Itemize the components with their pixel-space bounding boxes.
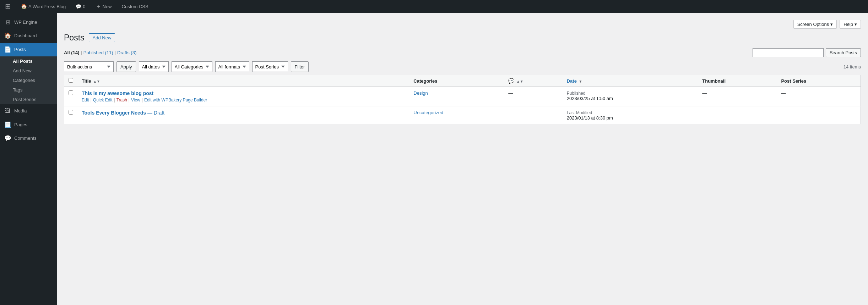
filter-button[interactable]: Filter xyxy=(291,61,309,72)
posts-table: Title ▲▼ Categories 💬 ▲▼ Date ▼ xyxy=(64,75,861,124)
row2-comments-cell: — xyxy=(504,106,562,124)
filter-drafts[interactable]: Drafts (3) xyxy=(117,50,136,55)
categories-label: Categories xyxy=(13,78,35,83)
sidebar-item-categories[interactable]: Categories xyxy=(0,76,57,85)
sidebar-item-dashboard-label: Dashboard xyxy=(14,33,37,39)
row1-title-link[interactable]: This is my awesome blog post xyxy=(82,90,405,96)
wp-logo-button[interactable]: ⊞ xyxy=(3,0,13,13)
row1-thumbnail-value: — xyxy=(702,90,707,96)
screen-options-chevron-icon: ▾ xyxy=(830,22,833,27)
row1-checkbox[interactable] xyxy=(69,90,73,95)
row1-view-link[interactable]: View xyxy=(131,98,140,102)
add-new-button[interactable]: Add New xyxy=(89,33,115,42)
row2-categories-cell: Uncategorized xyxy=(409,106,504,124)
search-posts-button[interactable]: Search Posts xyxy=(826,48,861,57)
filter-all[interactable]: All (14) xyxy=(64,50,79,55)
sidebar-item-tags[interactable]: Tags xyxy=(0,85,57,95)
custom-css-button[interactable]: Custom CSS xyxy=(120,0,151,13)
th-title[interactable]: Title ▲▼ xyxy=(77,75,409,87)
th-date[interactable]: Date ▼ xyxy=(563,75,698,87)
main-content: Screen Options ▾ Help ▾ Posts Add New Al… xyxy=(57,13,868,305)
comments-col-icon: 💬 xyxy=(508,78,514,84)
row1-date-cell: Published 2023/03/25 at 1:50 am xyxy=(563,87,698,106)
filter-published[interactable]: Published (11) xyxy=(83,50,113,55)
row2-checkbox-cell xyxy=(64,106,78,124)
page-title: Posts xyxy=(64,33,85,43)
all-dates-select[interactable]: All dates xyxy=(139,61,169,72)
comments-sort-icon: ▲▼ xyxy=(516,79,523,83)
filter-sep-1: | xyxy=(81,50,82,55)
page-header: Posts Add New xyxy=(64,33,861,43)
date-sort-link[interactable]: Date ▼ xyxy=(567,78,582,84)
comments-count: 0 xyxy=(83,4,85,9)
sidebar-item-posts-label: Posts xyxy=(14,46,26,53)
all-categories-select[interactable]: All Categories xyxy=(172,61,212,72)
wp-logo-icon: ⊞ xyxy=(5,2,11,11)
row1-quick-edit-link[interactable]: Quick Edit xyxy=(93,98,113,102)
row1-comments-value: — xyxy=(508,90,513,96)
row2-title-suffix: — Draft xyxy=(146,110,164,116)
sidebar-item-wp-engine-label: WP Engine xyxy=(14,19,37,26)
th-comments: 💬 ▲▼ xyxy=(504,75,562,87)
search-area: Search Posts xyxy=(753,48,861,57)
help-button[interactable]: Help ▾ xyxy=(840,20,861,29)
posts-icon: 📄 xyxy=(4,46,11,54)
row2-title-link[interactable]: Tools Every Blogger Needs — Draft xyxy=(82,110,405,116)
sidebar: ⊞ WP Engine 🏠 Dashboard 📄 Posts All Post… xyxy=(0,13,57,305)
add-new-label: Add New xyxy=(13,68,32,73)
thumbnail-header: Thumbnail xyxy=(702,78,726,84)
custom-css-label: Custom CSS xyxy=(122,4,148,9)
row2-date-value: 2023/01/13 at 8:30 pm xyxy=(567,115,613,121)
sidebar-item-post-series[interactable]: Post Series xyxy=(0,95,57,104)
plus-icon: ＋ xyxy=(96,3,101,10)
wp-engine-icon: ⊞ xyxy=(4,18,11,26)
new-button[interactable]: ＋ New xyxy=(93,0,114,13)
row1-trash-link[interactable]: Trash xyxy=(116,98,127,102)
sidebar-item-comments[interactable]: 💬 Comments xyxy=(0,132,57,145)
site-name-button[interactable]: 🏠 A WordPress Blog xyxy=(19,0,68,13)
screen-options-button[interactable]: Screen Options ▾ xyxy=(793,20,837,29)
row2-checkbox[interactable] xyxy=(69,110,73,115)
screen-options-label: Screen Options xyxy=(797,22,829,27)
filter-links-bar: All (14) | Published (11) | Drafts (3) S… xyxy=(64,48,861,57)
toolbar: Bulk actions Apply All dates All Categor… xyxy=(64,61,861,72)
row2-date-cell: Last Modified 2023/01/13 at 8:30 pm xyxy=(563,106,698,124)
th-categories: Categories xyxy=(409,75,504,87)
row1-edit-link[interactable]: Edit xyxy=(82,98,89,102)
row1-category-link[interactable]: Design xyxy=(413,90,428,96)
select-all-checkbox[interactable] xyxy=(69,78,73,83)
row2-post-series-value: — xyxy=(781,110,786,115)
row1-wpbakery-link[interactable]: Edit with WPBakery Page Builder xyxy=(144,98,207,102)
sidebar-item-all-posts[interactable]: All Posts xyxy=(0,56,57,66)
row2-category-link[interactable]: Uncategorized xyxy=(413,110,443,115)
layout: ⊞ WP Engine 🏠 Dashboard 📄 Posts All Post… xyxy=(0,13,868,305)
apply-button[interactable]: Apply xyxy=(116,61,136,72)
th-thumbnail: Thumbnail xyxy=(698,75,777,87)
sidebar-posts-submenu: All Posts Add New Categories Tags Post S… xyxy=(0,56,57,104)
sidebar-item-comments-label: Comments xyxy=(14,135,37,142)
post-series-select[interactable]: Post Series xyxy=(252,61,288,72)
row1-date-value: 2023/03/25 at 1:50 am xyxy=(567,96,613,101)
sidebar-item-posts[interactable]: 📄 Posts xyxy=(0,43,57,56)
comments-button[interactable]: 💬 0 xyxy=(74,0,87,13)
filter-sep-2: | xyxy=(115,50,116,55)
sidebar-item-media[interactable]: 🖼 Media xyxy=(0,104,57,118)
date-header: Date xyxy=(567,78,577,84)
categories-header: Categories xyxy=(413,78,437,84)
search-input[interactable] xyxy=(753,48,824,57)
pages-icon: 📃 xyxy=(4,121,11,129)
row1-date-status: Published xyxy=(567,91,586,96)
sidebar-item-pages-label: Pages xyxy=(14,122,27,128)
sidebar-item-wp-engine[interactable]: ⊞ WP Engine xyxy=(0,16,57,29)
sidebar-item-pages[interactable]: 📃 Pages xyxy=(0,118,57,132)
row2-thumbnail-cell: — xyxy=(698,106,777,124)
sidebar-item-media-label: Media xyxy=(14,108,27,114)
row1-actions: Edit | Quick Edit | Trash | View | Edit … xyxy=(82,98,405,102)
sidebar-item-dashboard[interactable]: 🏠 Dashboard xyxy=(0,29,57,43)
date-sort-icon: ▼ xyxy=(579,79,582,83)
sidebar-item-add-new[interactable]: Add New xyxy=(0,66,57,76)
bulk-actions-select[interactable]: Bulk actions xyxy=(64,61,114,72)
row2-comments-value: — xyxy=(508,110,513,115)
row1-post-series-value: — xyxy=(781,90,786,96)
all-formats-select[interactable]: All formats xyxy=(215,61,249,72)
